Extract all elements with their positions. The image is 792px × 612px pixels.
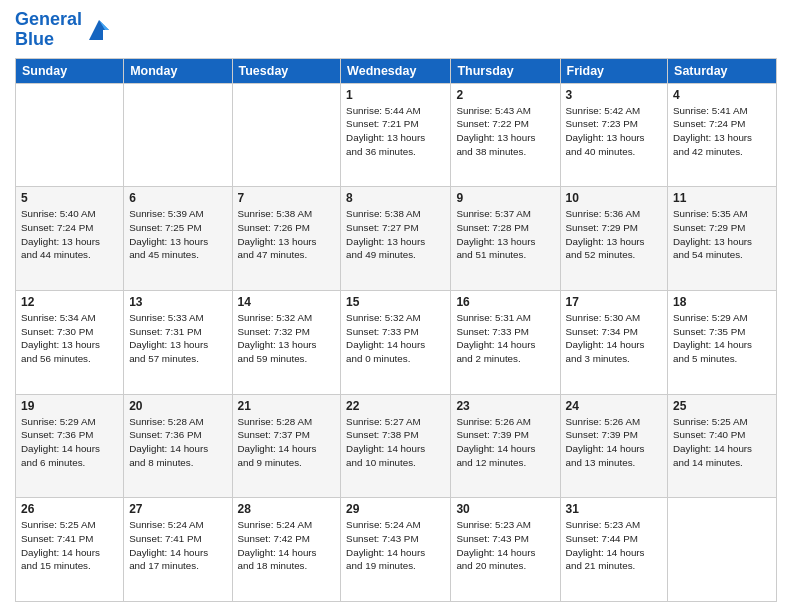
- day-number: 21: [238, 399, 336, 413]
- calendar-cell: 11Sunrise: 5:35 AM Sunset: 7:29 PM Dayli…: [668, 187, 777, 291]
- day-number: 12: [21, 295, 118, 309]
- calendar-cell: 2Sunrise: 5:43 AM Sunset: 7:22 PM Daylig…: [451, 83, 560, 187]
- calendar: SundayMondayTuesdayWednesdayThursdayFrid…: [15, 58, 777, 602]
- calendar-cell: [16, 83, 124, 187]
- day-number: 4: [673, 88, 771, 102]
- weekday-header-monday: Monday: [124, 58, 232, 83]
- calendar-cell: 21Sunrise: 5:28 AM Sunset: 7:37 PM Dayli…: [232, 394, 341, 498]
- weekday-header-saturday: Saturday: [668, 58, 777, 83]
- day-info: Sunrise: 5:33 AM Sunset: 7:31 PM Dayligh…: [129, 311, 226, 366]
- day-number: 15: [346, 295, 445, 309]
- calendar-cell: 18Sunrise: 5:29 AM Sunset: 7:35 PM Dayli…: [668, 290, 777, 394]
- week-row-1: 1Sunrise: 5:44 AM Sunset: 7:21 PM Daylig…: [16, 83, 777, 187]
- calendar-cell: 1Sunrise: 5:44 AM Sunset: 7:21 PM Daylig…: [341, 83, 451, 187]
- calendar-cell: 24Sunrise: 5:26 AM Sunset: 7:39 PM Dayli…: [560, 394, 668, 498]
- day-info: Sunrise: 5:28 AM Sunset: 7:36 PM Dayligh…: [129, 415, 226, 470]
- calendar-cell: 16Sunrise: 5:31 AM Sunset: 7:33 PM Dayli…: [451, 290, 560, 394]
- day-number: 22: [346, 399, 445, 413]
- day-number: 31: [566, 502, 663, 516]
- day-number: 7: [238, 191, 336, 205]
- logo-text2: Blue: [15, 30, 82, 50]
- calendar-cell: [232, 83, 341, 187]
- day-info: Sunrise: 5:23 AM Sunset: 7:43 PM Dayligh…: [456, 518, 554, 573]
- day-number: 14: [238, 295, 336, 309]
- calendar-cell: 13Sunrise: 5:33 AM Sunset: 7:31 PM Dayli…: [124, 290, 232, 394]
- calendar-cell: 27Sunrise: 5:24 AM Sunset: 7:41 PM Dayli…: [124, 498, 232, 602]
- calendar-cell: [668, 498, 777, 602]
- day-info: Sunrise: 5:25 AM Sunset: 7:41 PM Dayligh…: [21, 518, 118, 573]
- day-number: 9: [456, 191, 554, 205]
- weekday-header-friday: Friday: [560, 58, 668, 83]
- day-info: Sunrise: 5:32 AM Sunset: 7:33 PM Dayligh…: [346, 311, 445, 366]
- day-number: 24: [566, 399, 663, 413]
- calendar-cell: 20Sunrise: 5:28 AM Sunset: 7:36 PM Dayli…: [124, 394, 232, 498]
- calendar-cell: 4Sunrise: 5:41 AM Sunset: 7:24 PM Daylig…: [668, 83, 777, 187]
- day-info: Sunrise: 5:36 AM Sunset: 7:29 PM Dayligh…: [566, 207, 663, 262]
- day-info: Sunrise: 5:38 AM Sunset: 7:27 PM Dayligh…: [346, 207, 445, 262]
- calendar-cell: 19Sunrise: 5:29 AM Sunset: 7:36 PM Dayli…: [16, 394, 124, 498]
- day-number: 25: [673, 399, 771, 413]
- logo: General Blue: [15, 10, 113, 50]
- day-info: Sunrise: 5:24 AM Sunset: 7:41 PM Dayligh…: [129, 518, 226, 573]
- day-number: 23: [456, 399, 554, 413]
- day-number: 29: [346, 502, 445, 516]
- week-row-2: 5Sunrise: 5:40 AM Sunset: 7:24 PM Daylig…: [16, 187, 777, 291]
- day-info: Sunrise: 5:29 AM Sunset: 7:35 PM Dayligh…: [673, 311, 771, 366]
- calendar-cell: 30Sunrise: 5:23 AM Sunset: 7:43 PM Dayli…: [451, 498, 560, 602]
- calendar-cell: 22Sunrise: 5:27 AM Sunset: 7:38 PM Dayli…: [341, 394, 451, 498]
- calendar-cell: [124, 83, 232, 187]
- day-number: 1: [346, 88, 445, 102]
- day-number: 6: [129, 191, 226, 205]
- day-info: Sunrise: 5:31 AM Sunset: 7:33 PM Dayligh…: [456, 311, 554, 366]
- day-info: Sunrise: 5:24 AM Sunset: 7:43 PM Dayligh…: [346, 518, 445, 573]
- day-info: Sunrise: 5:29 AM Sunset: 7:36 PM Dayligh…: [21, 415, 118, 470]
- weekday-header-row: SundayMondayTuesdayWednesdayThursdayFrid…: [16, 58, 777, 83]
- day-number: 2: [456, 88, 554, 102]
- day-info: Sunrise: 5:30 AM Sunset: 7:34 PM Dayligh…: [566, 311, 663, 366]
- day-number: 3: [566, 88, 663, 102]
- calendar-cell: 15Sunrise: 5:32 AM Sunset: 7:33 PM Dayli…: [341, 290, 451, 394]
- day-info: Sunrise: 5:32 AM Sunset: 7:32 PM Dayligh…: [238, 311, 336, 366]
- day-info: Sunrise: 5:34 AM Sunset: 7:30 PM Dayligh…: [21, 311, 118, 366]
- calendar-cell: 28Sunrise: 5:24 AM Sunset: 7:42 PM Dayli…: [232, 498, 341, 602]
- day-number: 10: [566, 191, 663, 205]
- calendar-cell: 26Sunrise: 5:25 AM Sunset: 7:41 PM Dayli…: [16, 498, 124, 602]
- day-number: 20: [129, 399, 226, 413]
- calendar-cell: 8Sunrise: 5:38 AM Sunset: 7:27 PM Daylig…: [341, 187, 451, 291]
- calendar-cell: 29Sunrise: 5:24 AM Sunset: 7:43 PM Dayli…: [341, 498, 451, 602]
- day-info: Sunrise: 5:38 AM Sunset: 7:26 PM Dayligh…: [238, 207, 336, 262]
- day-info: Sunrise: 5:42 AM Sunset: 7:23 PM Dayligh…: [566, 104, 663, 159]
- day-number: 18: [673, 295, 771, 309]
- week-row-4: 19Sunrise: 5:29 AM Sunset: 7:36 PM Dayli…: [16, 394, 777, 498]
- day-number: 8: [346, 191, 445, 205]
- day-number: 19: [21, 399, 118, 413]
- calendar-cell: 31Sunrise: 5:23 AM Sunset: 7:44 PM Dayli…: [560, 498, 668, 602]
- calendar-cell: 14Sunrise: 5:32 AM Sunset: 7:32 PM Dayli…: [232, 290, 341, 394]
- weekday-header-sunday: Sunday: [16, 58, 124, 83]
- calendar-cell: 6Sunrise: 5:39 AM Sunset: 7:25 PM Daylig…: [124, 187, 232, 291]
- calendar-cell: 3Sunrise: 5:42 AM Sunset: 7:23 PM Daylig…: [560, 83, 668, 187]
- day-number: 13: [129, 295, 226, 309]
- day-info: Sunrise: 5:26 AM Sunset: 7:39 PM Dayligh…: [566, 415, 663, 470]
- day-info: Sunrise: 5:37 AM Sunset: 7:28 PM Dayligh…: [456, 207, 554, 262]
- calendar-cell: 25Sunrise: 5:25 AM Sunset: 7:40 PM Dayli…: [668, 394, 777, 498]
- logo-icon: [85, 16, 113, 44]
- day-number: 27: [129, 502, 226, 516]
- day-info: Sunrise: 5:27 AM Sunset: 7:38 PM Dayligh…: [346, 415, 445, 470]
- day-info: Sunrise: 5:39 AM Sunset: 7:25 PM Dayligh…: [129, 207, 226, 262]
- calendar-cell: 12Sunrise: 5:34 AM Sunset: 7:30 PM Dayli…: [16, 290, 124, 394]
- day-info: Sunrise: 5:24 AM Sunset: 7:42 PM Dayligh…: [238, 518, 336, 573]
- day-info: Sunrise: 5:25 AM Sunset: 7:40 PM Dayligh…: [673, 415, 771, 470]
- header: General Blue: [15, 10, 777, 50]
- day-info: Sunrise: 5:26 AM Sunset: 7:39 PM Dayligh…: [456, 415, 554, 470]
- page: General Blue SundayMondayTuesdayWednesda…: [0, 0, 792, 612]
- day-number: 11: [673, 191, 771, 205]
- calendar-cell: 7Sunrise: 5:38 AM Sunset: 7:26 PM Daylig…: [232, 187, 341, 291]
- day-number: 16: [456, 295, 554, 309]
- day-info: Sunrise: 5:44 AM Sunset: 7:21 PM Dayligh…: [346, 104, 445, 159]
- day-number: 28: [238, 502, 336, 516]
- day-number: 17: [566, 295, 663, 309]
- calendar-cell: 23Sunrise: 5:26 AM Sunset: 7:39 PM Dayli…: [451, 394, 560, 498]
- week-row-3: 12Sunrise: 5:34 AM Sunset: 7:30 PM Dayli…: [16, 290, 777, 394]
- calendar-cell: 5Sunrise: 5:40 AM Sunset: 7:24 PM Daylig…: [16, 187, 124, 291]
